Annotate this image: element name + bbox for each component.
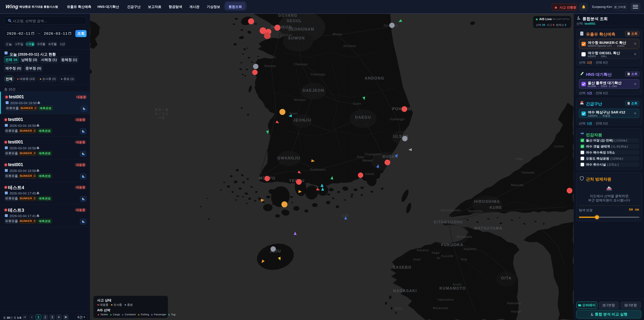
svg-text:Nakatsu: Nakatsu [464,247,477,251]
svg-text:JEONJU: JEONJU [293,118,311,122]
svg-text:Jecheon: Jecheon [343,44,356,48]
svg-text:남해: 남해 [342,213,349,217]
svg-text:Koshi: Koshi [453,282,462,286]
svg-text:Shimonoseki: Shimonoseki [440,208,461,212]
svg-text:NAGASAKI: NAGASAKI [393,289,417,293]
svg-text:BUSAN: BUSAN [382,154,398,159]
svg-text:GWANGJU: GWANGJU [278,156,300,160]
svg-text:黄海 / 황: 黄海 / 황 [155,108,169,111]
svg-text:Nobeoka: Nobeoka [507,301,521,305]
svg-text:Tsushima: Tsushima [468,209,482,213]
svg-text:MATSUYAMA: MATSUYAMA [474,226,502,230]
svg-text:Gumi: Gumi [353,102,361,105]
svg-text:Masuda: Masuda [511,183,524,187]
svg-text:KURE: KURE [490,205,502,210]
svg-text:Karatsu: Karatsu [417,248,429,252]
svg-text:Yatsushiro: Yatsushiro [438,298,454,301]
svg-text:Jinju: Jinju [356,155,364,159]
svg-text:Munakata: Munakata [457,235,472,238]
svg-text:Cheongju: Cheongju [310,73,325,76]
svg-text:DAEJEON: DAEJEON [303,88,324,93]
svg-text:SEONGNAM: SEONGNAM [288,27,314,31]
svg-text:Izumo: Izumo [554,144,564,148]
svg-text:Gyeongju: Gyeongju [390,117,405,121]
svg-text:GOYANG: GOYANG [278,14,297,18]
svg-text:Suncheon: Suncheon [310,168,326,171]
svg-text:Minamata: Minamata [433,306,448,310]
svg-text:DAEGU: DAEGU [355,115,371,120]
svg-text:Hamada: Hamada [522,171,534,174]
svg-text:Cheonan: Cheonan [294,62,308,66]
svg-text:SASEBO: SASEBO [393,265,412,269]
svg-text:SEOUL: SEOUL [286,19,302,23]
svg-text:해 / 조선: 해 / 조선 [155,112,169,115]
svg-text:HIROSHIMA: HIROSHIMA [474,199,500,204]
svg-text:Hita: Hita [461,258,467,261]
svg-text:Geoje: Geoje [365,172,374,176]
svg-text:Hagi: Hagi [516,157,523,160]
svg-text:KITAKYUSHU: KITAKYUSHU [434,220,463,224]
svg-text:Masan: Masan [362,159,373,162]
svg-text:Hyuga: Hyuga [511,309,521,313]
svg-text:Ansan: Ansan [283,33,293,37]
svg-text:Seosan: Seosan [264,64,276,68]
svg-text:Changwon: Changwon [365,152,381,156]
svg-text:Wonju: Wonju [332,32,342,36]
svg-text:FUKUOKA: FUKUOKA [441,243,464,247]
svg-text:KUMAMOTO: KUMAMOTO [440,286,466,290]
svg-text:Iki: Iki [437,256,440,260]
svg-text:OITA: OITA [501,276,512,280]
svg-text:Imari: Imari [413,258,421,261]
svg-text:ANDONG: ANDONG [364,76,384,80]
svg-text:Goto: Goto [394,306,402,310]
svg-text:Saga: Saga [432,251,440,254]
svg-text:Kurume: Kurume [441,254,454,258]
svg-text:Nonsan: Nonsan [294,98,306,102]
svg-text:Iksan: Iksan [289,112,298,115]
svg-text:서해: 서해 [158,116,165,120]
